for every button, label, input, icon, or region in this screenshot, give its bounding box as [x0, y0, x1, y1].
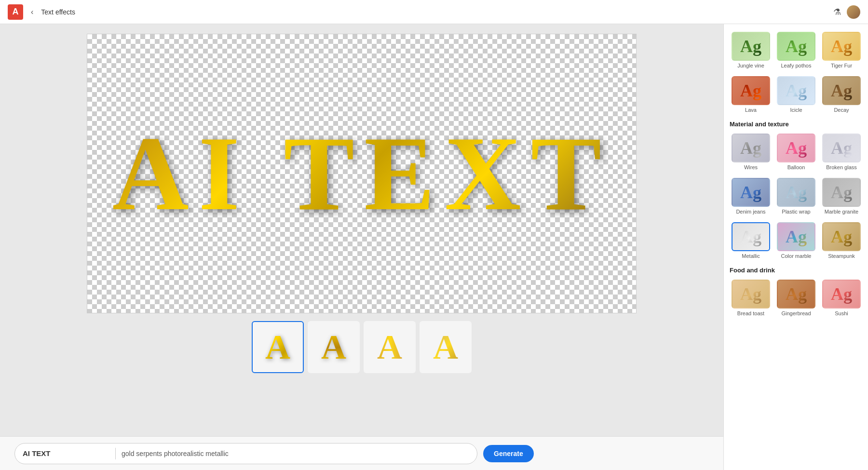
- effect-thumb-sushi: Ag: [822, 280, 861, 309]
- effect-letter-sushi: Ag: [831, 284, 852, 304]
- effect-letter-lava: Ag: [740, 81, 761, 101]
- canvas-wrapper: AI TEXT A A A A: [87, 24, 637, 470]
- nature-grid-bottom: Ag Lava Ag Icicle Ag Decay: [730, 74, 862, 115]
- effect-label-lava: Lava: [745, 107, 757, 113]
- effect-thumb-lava: Ag: [732, 76, 770, 105]
- effect-label-sushi: Sushi: [835, 310, 848, 316]
- effect-letter-leafy-pothos: Ag: [786, 36, 807, 56]
- effect-label-marble-granite: Marble granite: [825, 209, 858, 215]
- effect-item-sushi[interactable]: Ag Sushi: [820, 278, 863, 318]
- nature-section: Ag Jungle vine Ag Leafy pothos Ag Tiger …: [730, 30, 862, 115]
- effect-thumb-bread-toast: Ag: [732, 280, 770, 309]
- effect-label-metallic: Metallic: [742, 253, 760, 259]
- food-grid: Ag Bread toast Ag Gingerbread Ag Sushi: [730, 278, 862, 318]
- effect-label-denim-jeans: Denim jeans: [736, 209, 765, 215]
- effect-item-lava[interactable]: Ag Lava: [730, 74, 772, 115]
- effect-letter-broken-glass: Ag: [831, 138, 852, 158]
- effect-letter-bread-toast: Ag: [740, 284, 761, 304]
- prompt-input[interactable]: [122, 450, 469, 457]
- effect-thumb-leafy-pothos: Ag: [777, 32, 815, 61]
- thumb-letter-0: A: [265, 327, 290, 367]
- effect-label-plastic-wrap: Plastic wrap: [782, 209, 810, 215]
- effect-label-leafy-pothos: Leafy pothos: [781, 63, 812, 68]
- effect-label-bread-toast: Bread toast: [737, 310, 764, 316]
- input-divider: [115, 448, 116, 459]
- bottom-bar: Generate: [0, 436, 723, 470]
- effect-letter-gingerbread: Ag: [786, 284, 807, 304]
- effect-label-decay: Decay: [834, 107, 849, 113]
- effect-thumb-steampunk: Ag: [822, 222, 861, 251]
- thumbnail-1[interactable]: A: [308, 321, 360, 373]
- effect-label-steampunk: Steampunk: [828, 253, 855, 259]
- effect-thumb-broken-glass: Ag: [822, 134, 861, 162]
- food-section-title: Food and drink: [730, 267, 862, 274]
- text-input-wrapper: [14, 443, 477, 464]
- right-panel: Ag Jungle vine Ag Leafy pothos Ag Tiger …: [723, 24, 868, 470]
- effect-thumb-jungle-vine: Ag: [732, 32, 770, 61]
- material-grid-2: Ag Denim jeans Ag Plastic wrap Ag Marble…: [730, 176, 862, 216]
- page-title: Text effects: [41, 8, 75, 16]
- effect-thumb-gingerbread: Ag: [777, 280, 815, 309]
- effect-thumb-wires: Ag: [732, 134, 770, 162]
- thumbnail-row: A A A A: [252, 321, 472, 373]
- thumb-letter-2: A: [377, 327, 402, 367]
- effect-letter-metallic: Ag: [740, 227, 761, 247]
- effect-letter-decay: Ag: [831, 81, 852, 101]
- adobe-logo: A: [8, 4, 23, 20]
- main-text-display: AI TEXT: [112, 113, 611, 235]
- thumbnail-0[interactable]: A: [252, 321, 304, 373]
- avatar: [847, 5, 860, 19]
- generate-button[interactable]: Generate: [483, 445, 534, 462]
- effect-item-denim-jeans[interactable]: Ag Denim jeans: [730, 176, 772, 216]
- effect-letter-denim-jeans: Ag: [740, 182, 761, 202]
- effect-item-marble-granite[interactable]: Ag Marble granite: [820, 176, 863, 216]
- effect-item-metallic[interactable]: Ag Metallic: [730, 220, 772, 261]
- effect-item-broken-glass[interactable]: Ag Broken glass: [820, 132, 863, 172]
- effect-label-gingerbread: Gingerbread: [781, 310, 811, 316]
- effect-item-icicle[interactable]: Ag Icicle: [775, 74, 817, 115]
- effect-item-wires[interactable]: Ag Wires: [730, 132, 772, 172]
- effect-letter-marble-granite: Ag: [831, 182, 852, 202]
- effect-item-balloon[interactable]: Ag Balloon: [775, 132, 817, 172]
- effect-thumb-marble-granite: Ag: [822, 178, 861, 207]
- effect-thumb-tiger-fur: Ag: [822, 32, 861, 61]
- effect-item-gingerbread[interactable]: Ag Gingerbread: [775, 278, 817, 318]
- material-section: Material and texture Ag Wires Ag Balloon: [730, 121, 862, 261]
- main-layout: AI TEXT A A A A: [0, 24, 868, 470]
- effect-item-bread-toast[interactable]: Ag Bread toast: [730, 278, 772, 318]
- effect-item-color-marble[interactable]: Ag Color marble: [775, 220, 817, 261]
- effect-thumb-color-marble: Ag: [777, 222, 815, 251]
- effect-item-decay[interactable]: Ag Decay: [820, 74, 863, 115]
- effect-label-wires: Wires: [744, 164, 758, 170]
- effect-label-tiger-fur: Tiger Fur: [831, 63, 852, 68]
- nature-grid-top: Ag Jungle vine Ag Leafy pothos Ag Tiger …: [730, 30, 862, 70]
- canvas-container: AI TEXT: [87, 34, 637, 313]
- effect-item-steampunk[interactable]: Ag Steampunk: [820, 220, 863, 261]
- effect-thumb-plastic-wrap: Ag: [777, 178, 815, 207]
- effect-label-jungle-vine: Jungle vine: [737, 63, 764, 68]
- effect-item-leafy-pothos[interactable]: Ag Leafy pothos: [775, 30, 817, 70]
- effect-item-plastic-wrap[interactable]: Ag Plastic wrap: [775, 176, 817, 216]
- thumbnail-2[interactable]: A: [364, 321, 416, 373]
- effect-item-jungle-vine[interactable]: Ag Jungle vine: [730, 30, 772, 70]
- material-grid-3: Ag Metallic Ag Color marble Ag Steampunk: [730, 220, 862, 261]
- back-button[interactable]: ‹: [29, 6, 35, 18]
- canvas-area: AI TEXT A A A A: [0, 24, 723, 470]
- text-input[interactable]: [23, 449, 109, 457]
- thumb-letter-1: A: [321, 327, 346, 367]
- thumb-letter-3: A: [433, 327, 458, 367]
- effect-thumb-metallic: Ag: [732, 222, 770, 251]
- effect-letter-jungle-vine: Ag: [740, 36, 761, 56]
- material-grid-1: Ag Wires Ag Balloon Ag Broken glass: [730, 132, 862, 172]
- app-header: A ‹ Text effects ⚗: [0, 0, 868, 24]
- material-section-title: Material and texture: [730, 121, 862, 128]
- effect-item-tiger-fur[interactable]: Ag Tiger Fur: [820, 30, 863, 70]
- food-section: Food and drink Ag Bread toast Ag Gingerb…: [730, 267, 862, 318]
- thumbnail-3[interactable]: A: [420, 321, 472, 373]
- effect-thumb-decay: Ag: [822, 76, 861, 105]
- effect-label-color-marble: Color marble: [781, 253, 812, 259]
- effect-label-broken-glass: Broken glass: [826, 164, 857, 170]
- effect-thumb-balloon: Ag: [777, 134, 815, 162]
- effect-thumb-denim-jeans: Ag: [732, 178, 770, 207]
- effect-letter-wires: Ag: [740, 138, 761, 158]
